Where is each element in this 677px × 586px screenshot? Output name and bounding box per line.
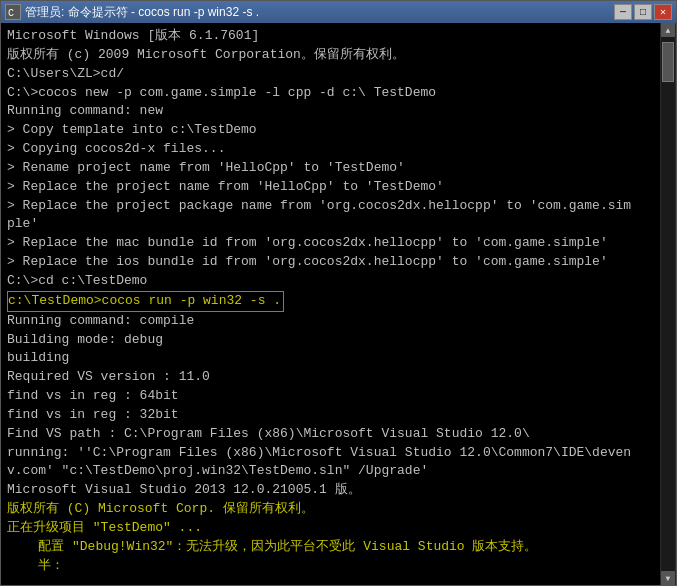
- scroll-thumb[interactable]: [662, 42, 674, 82]
- terminal-line: > Copy template into c:\TestDemo: [7, 121, 670, 140]
- terminal-line: 版权所有 (c) 2009 Microsoft Corporation。保留所有…: [7, 46, 670, 65]
- terminal-line: Microsoft Windows [版本 6.1.7601]: [7, 27, 670, 46]
- terminal-window: C 管理员: 命令提示符 - cocos run -p win32 -s . ─…: [0, 0, 677, 586]
- terminal-line: v.com' "c:\TestDemo\proj.win32\TestDemo.…: [7, 462, 670, 481]
- terminal-line: find vs in reg : 32bit: [7, 406, 670, 425]
- scroll-up-arrow[interactable]: ▲: [661, 23, 675, 37]
- terminal-line: Running command: compile: [7, 312, 670, 331]
- terminal-line: > Copying cocos2d-x files...: [7, 140, 670, 159]
- terminal-line: 版权所有 (C) Microsoft Corp. 保留所有权利。: [7, 500, 670, 519]
- terminal-line: running: ''C:\Program Files (x86)\Micros…: [7, 444, 670, 463]
- terminal-line: c:\TestDemo>cocos run -p win32 -s .: [7, 291, 670, 312]
- terminal-line: Find VS path : C:\Program Files (x86)\Mi…: [7, 425, 670, 444]
- maximize-button[interactable]: □: [634, 4, 652, 20]
- terminal-line: Microsoft Visual Studio 2013 12.0.21005.…: [7, 481, 670, 500]
- scrollbar[interactable]: ▲ ▼: [660, 23, 676, 585]
- terminal-line: 半：: [7, 557, 670, 576]
- title-bar-left: C 管理员: 命令提示符 - cocos run -p win32 -s .: [5, 4, 259, 21]
- terminal-content: Microsoft Windows [版本 6.1.7601]版权所有 (c) …: [7, 27, 670, 575]
- svg-text:C: C: [8, 8, 14, 19]
- terminal-line: 配置 "Debug!Win32"：无法升级，因为此平台不受此 Visual St…: [7, 538, 670, 557]
- terminal-body[interactable]: Microsoft Windows [版本 6.1.7601]版权所有 (c) …: [1, 23, 676, 585]
- terminal-line: > Replace the project package name from …: [7, 197, 670, 216]
- terminal-line: C:\>cd c:\TestDemo: [7, 272, 670, 291]
- close-button[interactable]: ✕: [654, 4, 672, 20]
- terminal-line: > Replace the ios bundle id from 'org.co…: [7, 253, 670, 272]
- terminal-line: Required VS version : 11.0: [7, 368, 670, 387]
- title-bar: C 管理员: 命令提示符 - cocos run -p win32 -s . ─…: [1, 1, 676, 23]
- terminal-line: > Replace the project name from 'HelloCp…: [7, 178, 670, 197]
- terminal-line: C:\>cocos new -p com.game.simple -l cpp …: [7, 84, 670, 103]
- terminal-line: 正在升级项目 "TestDemo" ...: [7, 519, 670, 538]
- scroll-track[interactable]: [661, 37, 675, 571]
- minimize-button[interactable]: ─: [614, 4, 632, 20]
- terminal-line: find vs in reg : 64bit: [7, 387, 670, 406]
- terminal-line: C:\Users\ZL>cd/: [7, 65, 670, 84]
- terminal-line: > Replace the mac bundle id from 'org.co…: [7, 234, 670, 253]
- terminal-line: ple': [7, 215, 670, 234]
- scroll-down-arrow[interactable]: ▼: [661, 571, 675, 585]
- terminal-line: Running command: new: [7, 102, 670, 121]
- terminal-line: > Rename project name from 'HelloCpp' to…: [7, 159, 670, 178]
- window-controls: ─ □ ✕: [614, 4, 672, 20]
- terminal-line: Building mode: debug: [7, 331, 670, 350]
- terminal-icon: C: [5, 4, 21, 20]
- terminal-line: building: [7, 349, 670, 368]
- window-title: 管理员: 命令提示符 - cocos run -p win32 -s .: [25, 4, 259, 21]
